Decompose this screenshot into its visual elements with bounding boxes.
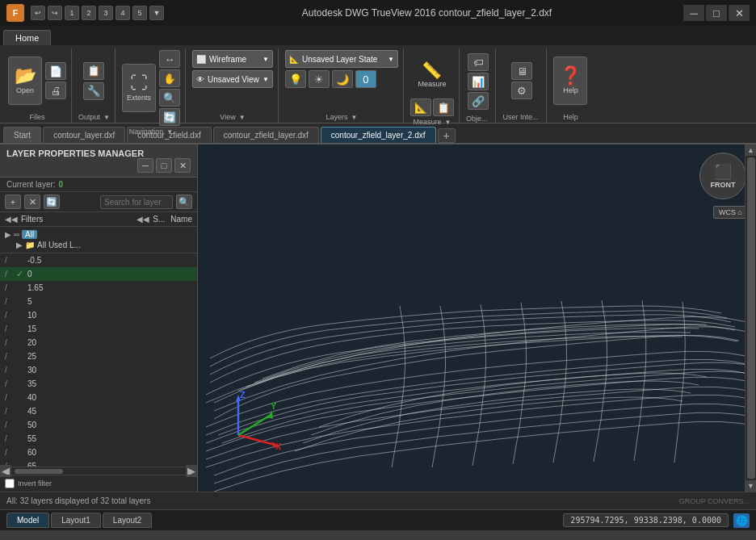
sun-btn[interactable]: ☀ — [309, 70, 330, 88]
obj-btn-3[interactable]: 🔗 — [468, 92, 489, 110]
layer-list[interactable]: / -0.5 / ✓ 0 / 1.65 / 5 / 10 / 15 / 20 — [0, 253, 197, 467]
tab-start[interactable]: Start — [3, 127, 41, 143]
col-name-label: Name — [170, 215, 192, 224]
search-layer-input[interactable] — [100, 195, 173, 209]
filter-expand-btn[interactable]: ◀◀ — [136, 215, 149, 224]
layer-row[interactable]: / 50 — [0, 418, 197, 432]
vp-scroll-down[interactable]: ▼ — [746, 480, 757, 492]
tab-layout2[interactable]: Layout2 — [103, 513, 153, 528]
unsaved-view-dropdown[interactable]: 👁 Unsaved View ▼ — [192, 70, 273, 88]
layer-row[interactable]: / 10 — [0, 308, 197, 322]
layer-row[interactable]: / -0.5 — [0, 253, 197, 267]
layer-row[interactable]: / 15 — [0, 322, 197, 336]
nav-btn-2[interactable]: ✋ — [159, 69, 180, 87]
view-orientation-cube[interactable]: ⬛ FRONT — [699, 153, 746, 199]
layer-row[interactable]: / 20 — [0, 336, 197, 350]
measure-sub-2[interactable]: 📋 — [433, 98, 454, 116]
filter-arrows: ◀◀ — [5, 215, 18, 224]
plot-button[interactable]: 🖨 — [45, 82, 66, 99]
layers-expand-icon[interactable]: ▼ — [351, 114, 358, 121]
layer-row[interactable]: / 35 — [0, 377, 197, 391]
new-layer-btn[interactable]: + — [5, 195, 21, 209]
nav-btn-3[interactable]: 🔍 — [159, 89, 180, 107]
open-button[interactable]: 📂 Open — [8, 57, 42, 105]
layer-panel-restore[interactable]: □ — [156, 158, 172, 173]
measure-button[interactable]: 📏 Measure — [412, 50, 452, 98]
layer-row[interactable]: / 55 — [0, 432, 197, 446]
measure-group-label: Measure — [413, 118, 441, 126]
vp-scroll-up[interactable]: ▲ — [746, 144, 757, 156]
tab-contour-layer[interactable]: contour_layer.dxf — [43, 127, 125, 143]
obj-btn-1[interactable]: 🏷 — [468, 53, 489, 71]
close-button[interactable]: ✕ — [729, 5, 750, 21]
tab-layout1[interactable]: Layout1 — [51, 513, 101, 528]
tab-contour-zfield-layer[interactable]: contour_zfield_layer.dxf — [213, 127, 319, 143]
wireframe-dropdown[interactable]: ⬜ Wireframe ▼ — [192, 50, 273, 68]
tab-model[interactable]: Model — [6, 513, 49, 528]
qa-btn-arrow[interactable]: ▼ — [149, 6, 164, 20]
layer-state-dropdown[interactable]: 📐 Unsaved Layer State ▼ — [285, 50, 398, 68]
coordinate-mode-button[interactable]: 🌐 — [733, 513, 750, 528]
qa-btn-7[interactable]: 5 — [132, 6, 147, 20]
view-icon: 👁 — [196, 75, 204, 84]
nav-btn-4[interactable]: 🔄 — [159, 108, 180, 126]
layer-row[interactable]: / 65 — [0, 459, 197, 467]
extents-button[interactable]: ⛶ Extents — [122, 64, 156, 112]
tab-contour-zfield-layer-2[interactable]: contour_zfield_layer_2.dxf — [321, 127, 436, 143]
tab-home[interactable]: Home — [3, 30, 51, 45]
invert-filter-checkbox[interactable] — [5, 479, 15, 488]
help-button[interactable]: ❓ Help — [553, 57, 587, 105]
layer-row[interactable]: / 25 — [0, 350, 197, 363]
bulb-btn[interactable]: 💡 — [285, 70, 306, 88]
obj-btn-2[interactable]: 📊 — [468, 73, 489, 90]
layer-row[interactable]: / 40 — [0, 391, 197, 404]
qa-btn-2[interactable]: ↪ — [48, 6, 62, 20]
layer-row[interactable]: / 30 — [0, 363, 197, 377]
plot-icon: 🖨 — [51, 85, 61, 97]
tree-all[interactable]: ▶ ═ All — [5, 229, 192, 240]
new-tab-button[interactable]: + — [438, 128, 456, 143]
svg-line-4 — [238, 435, 275, 445]
refresh-layer-btn[interactable]: 🔄 — [44, 195, 60, 209]
output-btn-2[interactable]: 🔧 — [83, 82, 104, 100]
shade-btn[interactable]: 🌙 — [332, 70, 353, 88]
wcs-label[interactable]: WCS ⌂ — [713, 206, 748, 219]
ui-btn-1[interactable]: 🖥 — [511, 62, 532, 80]
output-expand-icon[interactable]: ▼ — [103, 114, 110, 121]
minimize-button[interactable]: ─ — [683, 5, 704, 21]
layer-row[interactable]: / 60 — [0, 446, 197, 459]
tree-all-used[interactable]: ▶ 📁 All Used L... — [5, 240, 192, 250]
viewport-scrollbar[interactable]: ▲ ▼ — [745, 144, 756, 492]
qa-btn-5[interactable]: 3 — [99, 6, 113, 20]
qa-btn-4[interactable]: 2 — [82, 6, 96, 20]
search-layer-button[interactable]: 🔍 — [176, 195, 192, 209]
layer-hscroll[interactable]: ◀ ▶ — [0, 467, 197, 475]
layer-row[interactable]: / 5 — [0, 295, 197, 308]
layer-status-icon: / — [5, 366, 16, 375]
layer-color-btn[interactable]: 0 — [355, 70, 376, 88]
ribbon: Home 📂 Open 📄 🖨 Files — [0, 26, 756, 123]
layer-panel-title: LAYER PROPERTIES MANAGER ─ □ ✕ — [0, 144, 197, 178]
delete-layer-btn[interactable]: ✕ — [24, 195, 40, 209]
qa-btn-1[interactable]: ↩ — [31, 6, 45, 20]
measure-sub-1[interactable]: 📐 — [410, 98, 431, 116]
dwg-convert-button[interactable]: 📄 — [45, 62, 66, 80]
restore-button[interactable]: □ — [706, 5, 727, 21]
layer-check-icon: ✓ — [16, 269, 27, 279]
output-btn-1[interactable]: 📋 — [83, 62, 104, 80]
layer-row[interactable]: / ✓ 0 — [0, 267, 197, 281]
qa-btn-3[interactable]: 1 — [65, 6, 79, 20]
measure-expand-icon[interactable]: ▼ — [445, 119, 452, 126]
layer-footer: Invert filter — [0, 475, 197, 492]
qa-btn-6[interactable]: 4 — [116, 6, 130, 20]
view-expand-icon[interactable]: ▼ — [239, 114, 246, 121]
layer-panel-close[interactable]: ✕ — [174, 158, 191, 173]
nav-expand-icon[interactable]: ▼ — [166, 128, 173, 136]
nav-btn-1[interactable]: ↔ — [159, 50, 180, 68]
ui-btn-2[interactable]: ⚙ — [511, 82, 532, 99]
layer-row[interactable]: / 1.65 — [0, 281, 197, 295]
layer-panel-minimize[interactable]: ─ — [137, 158, 153, 173]
filter-collapse-btn[interactable]: ◀◀ — [5, 215, 18, 224]
layer-row[interactable]: / 45 — [0, 404, 197, 418]
layer-name: 15 — [27, 324, 192, 333]
